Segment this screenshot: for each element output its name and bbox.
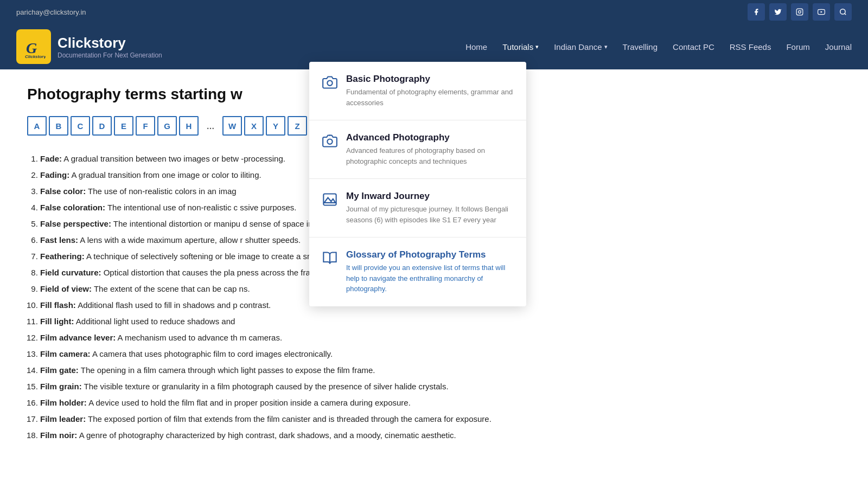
alpha-x[interactable]: X (244, 116, 264, 136)
nav-forum[interactable]: Forum (786, 42, 809, 52)
nav-tutorials[interactable]: Tutorials ▾ (502, 42, 539, 52)
nav-journal[interactable]: Journal (825, 42, 852, 52)
nav-home[interactable]: Home (465, 42, 487, 52)
glossary-icon (322, 251, 337, 269)
social-icons-bar (748, 3, 852, 21)
list-item: Film leader: The exposed portion of film… (40, 411, 841, 427)
alpha-b[interactable]: B (49, 116, 68, 136)
svg-point-1 (799, 11, 801, 14)
alpha-z[interactable]: Z (288, 116, 307, 136)
basic-photography-icon (322, 75, 337, 93)
alpha-w[interactable]: W (222, 116, 242, 136)
advanced-photography-desc: Advanced features of photography based o… (346, 145, 513, 166)
basic-photography-desc: Fundamental of photography elements, gra… (346, 87, 513, 108)
inward-journey-content: My Inward Journey Journal of my pictures… (346, 191, 513, 225)
logo-icon[interactable]: G Clickstory.in (16, 29, 51, 64)
inward-journey-title: My Inward Journey (346, 191, 513, 202)
svg-marker-3 (821, 11, 822, 13)
svg-point-2 (801, 10, 802, 10)
dropdown-item-inward-journey[interactable]: My Inward Journey Journal of my pictures… (309, 179, 526, 237)
advanced-photography-icon (322, 133, 337, 152)
alpha-ellipsis: … (201, 116, 220, 136)
alpha-g[interactable]: G (157, 116, 177, 136)
inward-journey-icon (322, 192, 337, 210)
alpha-h[interactable]: H (179, 116, 199, 136)
basic-photography-content: Basic Photography Fundamental of photogr… (346, 74, 513, 108)
advanced-photography-content: Advanced Photography Advanced features o… (346, 132, 513, 166)
dropdown-item-advanced-photography[interactable]: Advanced Photography Advanced features o… (309, 120, 526, 179)
dropdown-item-glossary[interactable]: Glossary of Photography Terms It will pr… (309, 237, 526, 306)
twitter-icon[interactable] (769, 3, 787, 21)
alpha-e[interactable]: E (114, 116, 133, 136)
alpha-y[interactable]: Y (266, 116, 285, 136)
top-bar: parichay@clickstory.in (0, 0, 868, 24)
svg-rect-0 (796, 9, 803, 15)
svg-point-10 (327, 139, 332, 144)
inward-journey-desc: Journal of my picturesque journey. It fo… (346, 204, 513, 225)
tutorials-dropdown-arrow: ▾ (535, 43, 539, 50)
alpha-f[interactable]: F (136, 116, 155, 136)
advanced-photography-title: Advanced Photography (346, 132, 513, 143)
svg-line-5 (845, 14, 846, 15)
search-button[interactable] (834, 3, 852, 21)
site-tagline: Documentation For Next Generation (58, 52, 162, 59)
glossary-desc: It will provide you an extensive list of… (346, 262, 513, 294)
facebook-icon[interactable] (748, 3, 765, 21)
dropdown-item-basic-photography[interactable]: Basic Photography Fundamental of photogr… (309, 62, 526, 120)
glossary-title: Glossary of Photography Terms (346, 249, 513, 260)
indian-dance-dropdown-arrow: ▾ (604, 43, 608, 50)
alpha-a[interactable]: A (27, 116, 47, 136)
instagram-icon[interactable] (791, 3, 808, 21)
alpha-d[interactable]: D (92, 116, 112, 136)
svg-point-9 (327, 81, 332, 86)
nav-indian-dance[interactable]: Indian Dance ▾ (554, 42, 607, 52)
logo-area: G Clickstory.in Clickstory Documentation… (16, 29, 162, 64)
site-name: Clickstory (58, 35, 162, 52)
nav-rss-feeds[interactable]: RSS Feeds (730, 42, 771, 52)
nav-travelling[interactable]: Travelling (623, 42, 658, 52)
basic-photography-title: Basic Photography (346, 74, 513, 85)
tutorials-dropdown-menu: Basic Photography Fundamental of photogr… (309, 62, 526, 306)
nav-contact-pc[interactable]: Contact PC (673, 42, 714, 52)
glossary-content: Glossary of Photography Terms It will pr… (346, 249, 513, 294)
list-item: Film noir: A genre of photography charac… (40, 427, 841, 444)
main-nav: Home Tutorials ▾ Indian Dance ▾ Travelli… (465, 42, 852, 52)
list-item: Film gate: The opening in a film camera … (40, 362, 841, 378)
alpha-c[interactable]: C (71, 116, 90, 136)
email-address: parichay@clickstory.in (16, 8, 86, 16)
svg-text:Clickstory.in: Clickstory.in (25, 54, 46, 59)
list-item: Film grain: The visible texture or granu… (40, 378, 841, 395)
list-item: Film camera: A camera that uses photogra… (40, 346, 841, 362)
list-item: Film advance lever: A mechanism used to … (40, 330, 841, 346)
list-item: Fill light: Additional light used to red… (40, 313, 841, 330)
youtube-icon[interactable] (813, 3, 830, 21)
svg-point-4 (840, 9, 845, 14)
list-item: Film holder: A device used to hold the f… (40, 395, 841, 411)
logo-text: Clickstory Documentation For Next Genera… (58, 35, 162, 59)
